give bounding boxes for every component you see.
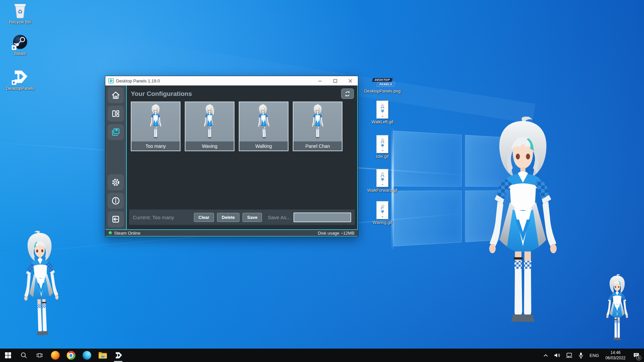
desktop-icon-desktoppanels[interactable]: DesktopPanels bbox=[6, 68, 35, 91]
taskbar-file-explorer[interactable] bbox=[95, 349, 110, 362]
window-title: Desktop Panels 1.19.0 bbox=[116, 78, 313, 83]
notification-count-badge: 5 bbox=[636, 355, 641, 360]
info-icon bbox=[111, 196, 120, 205]
refresh-button[interactable] bbox=[341, 88, 354, 99]
desktop-icon-steam[interactable]: Steam bbox=[6, 34, 35, 56]
sidebar-item-home[interactable] bbox=[108, 87, 124, 103]
windows-logo-pane bbox=[393, 131, 461, 186]
gear-icon bbox=[111, 178, 120, 187]
footer-bar: Current: Too many Clear Delete Save Save… bbox=[129, 209, 355, 225]
panel-chan-character-walking-left[interactable] bbox=[17, 230, 65, 349]
status-bar: Steam Online Disk usage ~12MB bbox=[105, 229, 358, 237]
minimize-button[interactable] bbox=[313, 76, 328, 85]
tray-volume-icon[interactable] bbox=[554, 349, 561, 362]
library-book-icon bbox=[111, 127, 120, 137]
logo-text-desktop: DESKTOP bbox=[372, 78, 393, 82]
disk-usage-text: Disk usage ~12MB bbox=[318, 231, 355, 236]
save-button[interactable]: Save bbox=[243, 213, 262, 222]
taskbar-chrome[interactable] bbox=[63, 349, 79, 362]
task-view-icon bbox=[36, 352, 43, 359]
sidebar-item-exit[interactable] bbox=[108, 211, 124, 227]
taskbar-search-button[interactable] bbox=[16, 349, 32, 362]
desktop-wallpaper: ♻ Recycle Bin Steam bbox=[0, 0, 644, 362]
desktop-icon-desktoppanels-png[interactable]: DESKTOP PANELS DesktopPanels.png bbox=[368, 77, 397, 94]
start-button[interactable] bbox=[0, 349, 16, 362]
exit-icon bbox=[111, 215, 120, 224]
gif-thumbnail-icon bbox=[376, 169, 388, 187]
steam-online-status-icon bbox=[109, 231, 112, 235]
app-icon bbox=[108, 78, 114, 83]
sidebar-item-settings[interactable] bbox=[108, 174, 124, 190]
desktop-icon-label: Recycle Bin bbox=[9, 20, 31, 24]
config-card-walking[interactable]: Walking bbox=[239, 102, 288, 151]
firefox-icon bbox=[51, 351, 60, 360]
desktop-icon-waving-gif[interactable]: Waving.gif bbox=[368, 201, 397, 225]
tray-date: 06/03/2022 bbox=[605, 355, 626, 361]
desktop-icon-label: Waving.gif bbox=[373, 220, 392, 225]
desktop-icon-walkleft-gif[interactable]: WalkLeft.gif bbox=[368, 101, 397, 124]
refresh-icon bbox=[344, 91, 351, 97]
delete-button[interactable]: Delete bbox=[217, 213, 239, 222]
tray-clock[interactable]: 14:46 06/03/2022 bbox=[604, 350, 627, 361]
save-as-input[interactable] bbox=[293, 213, 351, 222]
tray-language[interactable]: ENG bbox=[589, 353, 600, 358]
desktop-panels-taskbar-icon bbox=[114, 352, 122, 359]
file-explorer-icon bbox=[98, 352, 107, 359]
windows-start-icon bbox=[5, 352, 11, 358]
tray-time: 14:46 bbox=[605, 350, 626, 355]
taskbar-edge[interactable] bbox=[79, 349, 95, 362]
notification-center-button[interactable]: 5 bbox=[631, 349, 641, 362]
desktop-icon-recycle-bin[interactable]: ♻ Recycle Bin bbox=[6, 2, 35, 24]
desktop-panels-window: Desktop Panels 1.19.0 bbox=[105, 76, 358, 237]
panel-chan-character-large[interactable] bbox=[479, 117, 567, 349]
sidebar bbox=[105, 85, 126, 229]
title-bar[interactable]: Desktop Panels 1.19.0 bbox=[105, 76, 358, 85]
tray-chevron-up-icon[interactable] bbox=[542, 349, 549, 362]
current-config-label: Current: Too many bbox=[133, 215, 174, 220]
shortcut-arrow-icon bbox=[12, 45, 16, 50]
recycle-bin-icon: ♻ bbox=[12, 2, 29, 19]
config-card-too-many[interactable]: Too many bbox=[131, 102, 180, 151]
desktop-icon-label: Idle.gif bbox=[376, 154, 389, 159]
task-view-button[interactable] bbox=[32, 349, 47, 362]
gif-thumbnail-icon bbox=[376, 101, 388, 119]
main-panel: Your Configurations Too many bbox=[127, 85, 357, 229]
close-button[interactable] bbox=[343, 76, 358, 85]
tray-network-icon[interactable] bbox=[566, 349, 573, 362]
windows-logo-pane bbox=[393, 191, 461, 246]
taskbar: ENG 14:46 06/03/2022 5 bbox=[0, 349, 644, 362]
desktop-icon-label: DesktopPanels bbox=[6, 86, 34, 91]
config-thumbnail bbox=[255, 104, 272, 143]
taskbar-desktop-panels[interactable] bbox=[110, 349, 126, 362]
panel-chan-character-small-right[interactable] bbox=[603, 274, 631, 349]
config-thumbnail bbox=[148, 104, 163, 143]
config-label: Panel Chan bbox=[293, 141, 342, 150]
edge-icon bbox=[83, 351, 91, 360]
config-thumbnail bbox=[202, 104, 217, 143]
sidebar-item-library-active[interactable] bbox=[108, 124, 124, 140]
config-label: Waving bbox=[185, 141, 234, 150]
shortcut-arrow-icon bbox=[12, 80, 16, 85]
taskbar-firefox[interactable] bbox=[47, 349, 63, 362]
sidebar-item-panels[interactable] bbox=[108, 106, 124, 122]
desktop-icon-idle-gif[interactable]: Idle.gif bbox=[368, 135, 397, 159]
logo-text-panels: PANELS bbox=[376, 82, 395, 86]
tray-microphone-icon[interactable] bbox=[577, 349, 585, 362]
desktop-panels-d-icon bbox=[12, 68, 29, 85]
desktop-icon-label: DesktopPanels.png bbox=[364, 89, 400, 94]
desktop-icon-label: WalkForward.gif bbox=[367, 188, 397, 193]
desktop-panels-logo-thumbnail: DESKTOP PANELS bbox=[370, 77, 394, 88]
clear-button[interactable]: Clear bbox=[194, 213, 214, 222]
save-as-label: Save As... bbox=[268, 215, 290, 220]
search-icon bbox=[20, 352, 27, 359]
system-tray: ENG 14:46 06/03/2022 5 bbox=[542, 349, 644, 362]
sidebar-item-info[interactable] bbox=[108, 193, 124, 209]
config-card-waving[interactable]: Waving bbox=[185, 102, 234, 151]
config-card-panel-chan[interactable]: Panel Chan bbox=[293, 102, 342, 151]
maximize-button[interactable] bbox=[328, 76, 343, 85]
desktop-icon-label: WalkLeft.gif bbox=[372, 120, 393, 124]
home-icon bbox=[111, 90, 120, 100]
desktop-icon-walkforward-gif[interactable]: WalkForward.gif bbox=[368, 169, 397, 193]
configurations-list: Too many Waving Walking Panel Chan bbox=[127, 102, 357, 151]
gif-thumbnail-icon bbox=[376, 135, 388, 153]
